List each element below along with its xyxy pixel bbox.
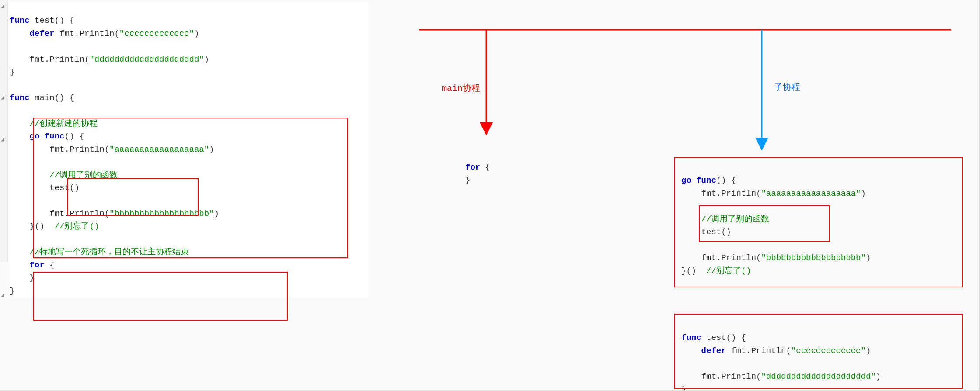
fold-triangle-icon: ◢ bbox=[1, 136, 4, 143]
code-text: fmt.Println( bbox=[30, 55, 90, 64]
code-keyword: for bbox=[30, 260, 45, 270]
code-text: { bbox=[45, 260, 55, 270]
code-text: } bbox=[10, 286, 14, 296]
code-keyword: defer bbox=[30, 29, 55, 38]
code-text: { bbox=[480, 163, 490, 172]
code-keyword: func bbox=[10, 16, 30, 25]
code-string: "ddddddddddddddddddddd" bbox=[89, 55, 204, 64]
code-text: ) bbox=[194, 29, 199, 38]
code-text: } bbox=[10, 67, 14, 77]
code-keyword: func bbox=[10, 93, 30, 103]
code-text: main() { bbox=[30, 93, 75, 103]
code-text: ) bbox=[204, 55, 209, 64]
code-keyword: for bbox=[465, 163, 480, 172]
highlight-box-for-loop bbox=[33, 272, 288, 321]
code-text: fmt.Println( bbox=[55, 29, 119, 38]
main-for-snippet: for { } bbox=[465, 149, 490, 187]
highlight-box-call-test bbox=[67, 178, 199, 216]
fold-triangle-icon: ◢ bbox=[1, 94, 4, 101]
editor-gutter: ◢ ◢ ◢ ◢ bbox=[0, 0, 8, 262]
sub-coroutine-label: 子协程 bbox=[774, 81, 800, 93]
code-string: "ccccccccccccc" bbox=[119, 29, 194, 38]
fold-triangle-icon: ◢ bbox=[1, 291, 4, 298]
fold-triangle-icon: ◢ bbox=[1, 3, 4, 10]
main-coroutine-label: main协程 bbox=[442, 82, 480, 94]
code-text: } bbox=[465, 176, 470, 185]
code-text: test() { bbox=[30, 16, 75, 25]
highlight-box-right-call-test bbox=[699, 205, 830, 242]
highlight-box-right-test bbox=[674, 314, 963, 389]
